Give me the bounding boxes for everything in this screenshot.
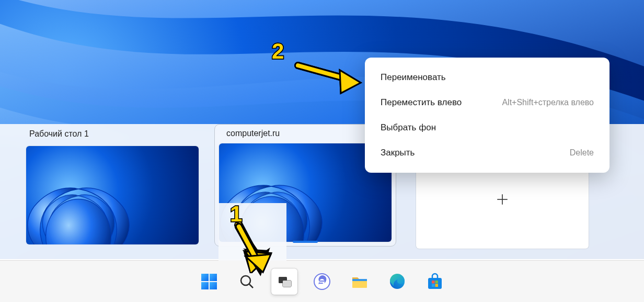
svg-rect-4 [201, 274, 209, 281]
edge-icon [388, 272, 407, 291]
start-icon [200, 273, 218, 290]
svg-rect-23 [432, 284, 435, 287]
svg-rect-20 [428, 278, 442, 289]
task-view-button[interactable] [271, 269, 297, 295]
virtual-desktop-1[interactable]: Рабочий стол 1 [26, 129, 199, 244]
file-explorer-icon [350, 272, 369, 291]
svg-rect-22 [435, 281, 439, 284]
svg-rect-6 [201, 282, 209, 289]
search-button[interactable] [234, 269, 260, 295]
taskbar [0, 260, 644, 302]
desktop-label: Рабочий стол 1 [29, 129, 199, 141]
menu-item-label: Переименовать [381, 72, 446, 83]
svg-line-9 [249, 284, 253, 288]
start-button[interactable] [196, 269, 222, 295]
menu-item-shortcut: Alt+Shift+стрелка влево [502, 98, 594, 107]
file-explorer-button[interactable] [347, 269, 373, 295]
svg-rect-12 [283, 281, 291, 287]
desktop-thumbnail[interactable] [26, 146, 199, 244]
desktop-context-menu: Переименовать Переместить влево Alt+Shif… [365, 58, 610, 173]
menu-item-label: Переместить влево [381, 97, 462, 108]
task-view-icon [276, 273, 293, 290]
svg-rect-15 [319, 281, 325, 282]
menu-item-label: Закрыть [381, 148, 415, 158]
menu-item-choose-background[interactable]: Выбрать фон [365, 115, 610, 140]
chat-button[interactable] [309, 269, 335, 295]
svg-point-8 [241, 276, 250, 285]
svg-rect-7 [210, 282, 217, 289]
plus-icon [496, 193, 509, 206]
menu-item-shortcut: Delete [570, 148, 594, 158]
chat-icon [313, 273, 331, 290]
svg-rect-24 [435, 284, 439, 287]
svg-rect-21 [432, 281, 435, 284]
search-icon [238, 273, 255, 290]
svg-rect-5 [210, 274, 217, 281]
store-icon [426, 272, 444, 291]
store-button[interactable] [422, 269, 448, 295]
svg-rect-16 [319, 283, 323, 284]
menu-item-close[interactable]: Закрыть Delete [365, 140, 610, 165]
menu-item-rename[interactable]: Переименовать [365, 65, 610, 90]
active-desktop-indicator [293, 241, 318, 243]
svg-rect-18 [352, 279, 367, 281]
menu-item-label: Выбрать фон [381, 122, 436, 133]
edge-button[interactable] [384, 269, 410, 295]
menu-item-move-left[interactable]: Переместить влево Alt+Shift+стрелка влев… [365, 90, 610, 115]
